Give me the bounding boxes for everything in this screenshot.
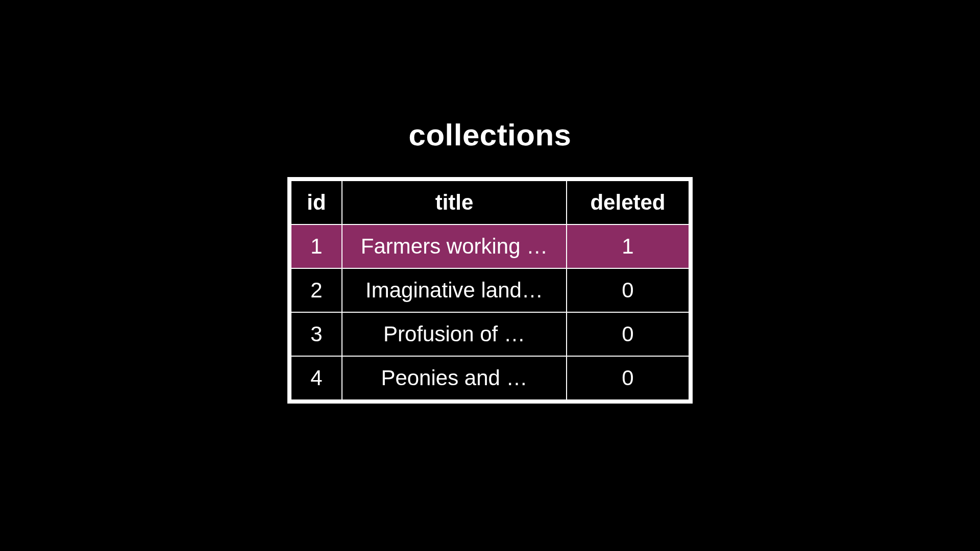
column-header-id: id (291, 181, 342, 224)
table-row: 1Farmers working …1 (291, 224, 689, 268)
cell-id: 4 (291, 356, 342, 400)
collections-table-wrap: id title deleted 1Farmers working …12Ima… (287, 177, 693, 404)
cell-deleted: 0 (567, 356, 689, 400)
cell-deleted: 0 (567, 268, 689, 312)
cell-deleted: 0 (567, 312, 689, 356)
cell-title: Farmers working … (342, 224, 567, 268)
collections-table: id title deleted 1Farmers working …12Ima… (290, 180, 690, 400)
table-row: 2Imaginative land…0 (291, 268, 689, 312)
table-heading: collections (409, 117, 572, 153)
cell-id: 3 (291, 312, 342, 356)
cell-title: Profusion of … (342, 312, 567, 356)
column-header-deleted: deleted (567, 181, 689, 224)
table-row: 3Profusion of …0 (291, 312, 689, 356)
cell-id: 1 (291, 224, 342, 268)
table-header-row: id title deleted (291, 181, 689, 224)
cell-title: Imaginative land… (342, 268, 567, 312)
column-header-title: title (342, 181, 567, 224)
cell-id: 2 (291, 268, 342, 312)
cell-deleted: 1 (567, 224, 689, 268)
table-row: 4Peonies and …0 (291, 356, 689, 400)
cell-title: Peonies and … (342, 356, 567, 400)
